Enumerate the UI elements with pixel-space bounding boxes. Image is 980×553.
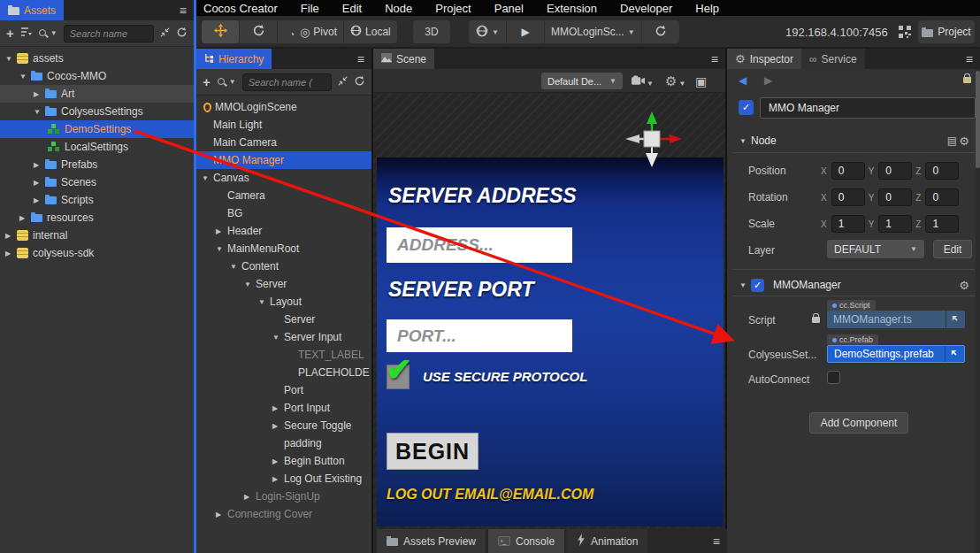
hierarchy-tree-item[interactable]: TEXT_LABEL bbox=[196, 346, 371, 364]
asset-tree-item[interactable]: ▶Art bbox=[0, 85, 194, 103]
collapse-arrow-icon[interactable]: ▼ bbox=[272, 334, 284, 342]
asset-tree-item[interactable]: ▼assets bbox=[0, 50, 194, 67]
asset-tree-item[interactable]: ▶resources bbox=[0, 209, 194, 227]
script-reference-field[interactable]: MMOManager.ts bbox=[827, 311, 965, 328]
expand-arrow-icon[interactable]: ▶ bbox=[34, 179, 45, 187]
assets-search-input[interactable]: Search name bbox=[64, 25, 154, 42]
hierarchy-tree-item[interactable]: ▼Canvas bbox=[196, 169, 371, 187]
layout-grid-icon[interactable]: ▣ bbox=[695, 74, 707, 88]
expand-arrow-icon[interactable]: ▶ bbox=[34, 196, 45, 204]
assets-menu-icon[interactable]: ≡ bbox=[172, 0, 194, 20]
component-gear-icon[interactable]: ⚙ bbox=[959, 280, 969, 291]
scene-viewport[interactable]: SERVER ADDRESS ADDRESS... SERVER PORT PO… bbox=[373, 93, 725, 529]
hierarchy-tree-item[interactable]: ▶Login-SignUp bbox=[196, 488, 371, 505]
menu-item-project[interactable]: Project bbox=[435, 2, 471, 15]
position-y-input[interactable]: 0 bbox=[878, 162, 912, 180]
tab-scene[interactable]: Scene bbox=[373, 49, 434, 69]
search-filter-button[interactable]: ▼ bbox=[38, 28, 57, 39]
hierarchy-tree-item[interactable]: Camera bbox=[196, 187, 371, 204]
pivot-toggle-button[interactable]: ◎ Pivot bbox=[294, 20, 344, 43]
expand-arrow-icon[interactable]: ▶ bbox=[34, 90, 45, 98]
expand-arrow-icon[interactable]: ▶ bbox=[216, 227, 227, 235]
scene-menu-icon[interactable]: ≡ bbox=[704, 49, 725, 69]
camera-settings-button[interactable]: ▼ bbox=[632, 75, 654, 88]
preview-platform-button[interactable]: ▼ bbox=[469, 20, 507, 43]
hierarchy-tree-item[interactable]: Main Camera bbox=[196, 134, 371, 151]
hierarchy-tree-item[interactable]: MMOLoginScene bbox=[196, 98, 371, 116]
create-asset-button[interactable]: + bbox=[6, 27, 14, 40]
hierarchy-search-input[interactable]: Search name ( bbox=[242, 73, 332, 91]
display-mode-dropdown[interactable]: Default De... ▼ bbox=[541, 73, 623, 89]
scene-select-dropdown[interactable]: MMOLoginSc... ▼ bbox=[545, 20, 642, 43]
expand-arrow-icon[interactable]: ▶ bbox=[272, 457, 284, 465]
history-back-button[interactable]: ◀ bbox=[739, 74, 746, 87]
prefab-picker-button[interactable] bbox=[945, 346, 964, 362]
asset-tree-item[interactable]: ▶Scripts bbox=[0, 191, 194, 209]
asset-tree-item[interactable]: ▼ColyseusSettings bbox=[0, 103, 194, 120]
tab-assets[interactable]: Assets bbox=[0, 0, 64, 20]
tab-console[interactable]: ›_ Console bbox=[488, 529, 564, 553]
component-enabled-checkbox[interactable]: ✓ bbox=[751, 279, 764, 292]
collapse-arrow-icon[interactable]: ▼ bbox=[5, 55, 17, 63]
scene-gizmo-settings-button[interactable]: ⚙▼ bbox=[665, 74, 685, 88]
expand-arrow-icon[interactable]: ▶ bbox=[272, 404, 284, 412]
expand-arrow-icon[interactable]: ▶ bbox=[244, 493, 256, 501]
asset-tree-item[interactable]: ▶Prefabs bbox=[0, 156, 194, 173]
menu-item-extension[interactable]: Extension bbox=[547, 2, 597, 15]
expand-arrow-icon[interactable]: ▶ bbox=[34, 161, 45, 169]
asset-tree-item[interactable]: DemoSettings bbox=[0, 120, 194, 138]
server-port-input[interactable]: PORT... bbox=[387, 319, 572, 352]
sort-assets-button[interactable] bbox=[20, 27, 32, 40]
refresh-hierarchy-button[interactable] bbox=[354, 75, 365, 89]
node-active-checkbox[interactable]: ✓ bbox=[739, 100, 754, 115]
asset-tree-item[interactable]: ▼Cocos-MMO bbox=[0, 67, 194, 85]
menu-item-edit[interactable]: Edit bbox=[342, 2, 362, 15]
collapse-arrow-icon[interactable]: ▼ bbox=[19, 73, 31, 81]
play-button[interactable]: ▶ bbox=[507, 20, 545, 43]
server-address-input[interactable]: ADDRESS... bbox=[387, 227, 572, 263]
qr-code-icon[interactable] bbox=[899, 26, 911, 41]
menu-item-help[interactable]: Help bbox=[695, 2, 719, 15]
hierarchy-tree-item[interactable]: ▼Content bbox=[196, 257, 371, 275]
hierarchy-tree-item[interactable]: padding bbox=[196, 434, 371, 452]
node-name-input[interactable]: MMO Manager bbox=[760, 97, 976, 119]
tab-inspector[interactable]: ⚙ Inspector bbox=[727, 49, 801, 69]
expand-arrow-icon[interactable]: ▶ bbox=[272, 475, 284, 483]
hierarchy-tree-item[interactable]: ▶Connecting Cover bbox=[196, 505, 371, 523]
expand-arrow-icon[interactable]: ▶ bbox=[5, 250, 17, 257]
menu-item-developer[interactable]: Developer bbox=[620, 2, 672, 15]
component-section-header[interactable]: ▼ ✓ MMOManager ⚙ bbox=[727, 274, 980, 296]
hierarchy-tree-item[interactable]: ▶Begin Button bbox=[196, 452, 371, 470]
position-x-input[interactable]: 0 bbox=[831, 162, 865, 180]
hierarchy-tree-item[interactable]: ▼Server Input bbox=[196, 328, 371, 346]
layer-dropdown[interactable]: DEFAULT ▼ bbox=[827, 240, 924, 258]
inspector-menu-icon[interactable]: ≡ bbox=[959, 49, 980, 69]
node-gear-icon[interactable]: ⚙ bbox=[959, 135, 969, 147]
scale-x-input[interactable]: 1 bbox=[831, 215, 865, 233]
begin-button[interactable]: BEGIN bbox=[387, 433, 479, 470]
hierarchy-tree-item[interactable]: Port bbox=[196, 381, 371, 399]
collapse-arrow-icon[interactable]: ▼ bbox=[258, 298, 270, 306]
expand-arrow-icon[interactable]: ▶ bbox=[216, 511, 227, 518]
lock-inspector-icon[interactable] bbox=[963, 73, 971, 86]
open-project-button[interactable]: Project bbox=[918, 20, 975, 43]
inspector-scrollbar[interactable] bbox=[976, 69, 980, 553]
secure-protocol-checkbox[interactable]: ✔ bbox=[387, 365, 410, 389]
tab-hierarchy[interactable]: Hierarchy bbox=[196, 49, 272, 69]
hierarchy-tree-item[interactable]: Main Light bbox=[196, 116, 371, 134]
menu-item-panel[interactable]: Panel bbox=[494, 2, 524, 15]
search-filter-button[interactable]: ▼ bbox=[217, 77, 236, 88]
collapse-arrow-icon[interactable]: ▼ bbox=[230, 263, 241, 271]
asset-tree-item[interactable]: LocalSettings bbox=[0, 138, 194, 156]
rotation-x-input[interactable]: 0 bbox=[831, 188, 865, 206]
rotation-z-input[interactable]: 0 bbox=[925, 188, 959, 206]
tab-assets-preview[interactable]: Assets Preview bbox=[377, 529, 486, 553]
scale-y-input[interactable]: 1 bbox=[878, 215, 912, 233]
tab-animation[interactable]: Animation bbox=[567, 529, 647, 553]
expand-arrow-icon[interactable]: ▶ bbox=[5, 232, 17, 240]
hierarchy-tree-item[interactable]: ▼Layout bbox=[196, 293, 371, 311]
position-z-input[interactable]: 0 bbox=[925, 162, 959, 180]
scale-z-input[interactable]: 1 bbox=[925, 215, 959, 233]
asset-tree-item[interactable]: ▶colyseus-sdk bbox=[0, 244, 194, 262]
collapse-all-button[interactable] bbox=[338, 76, 348, 88]
